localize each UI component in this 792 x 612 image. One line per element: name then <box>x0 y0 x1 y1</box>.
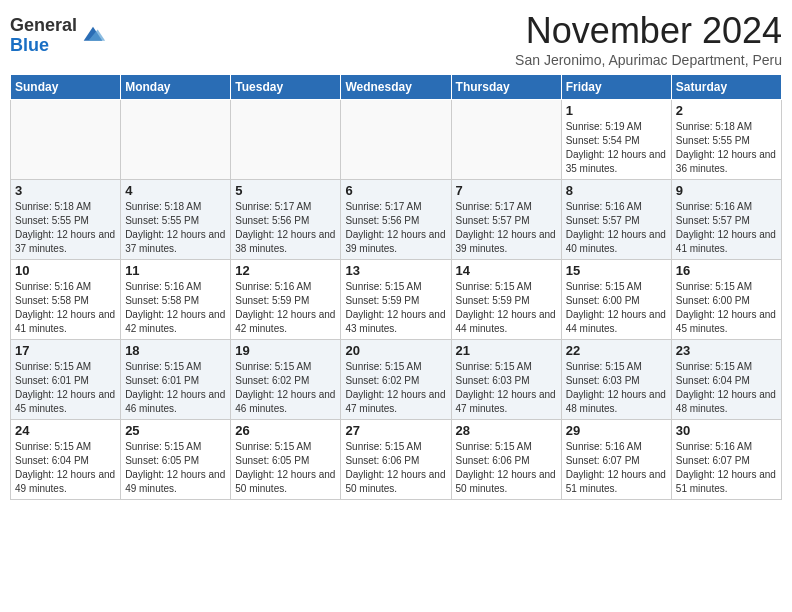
day-info: Sunrise: 5:15 AM Sunset: 6:02 PM Dayligh… <box>235 360 336 416</box>
calendar-cell: 23Sunrise: 5:15 AM Sunset: 6:04 PM Dayli… <box>671 340 781 420</box>
col-header-wednesday: Wednesday <box>341 75 451 100</box>
day-info: Sunrise: 5:18 AM Sunset: 5:55 PM Dayligh… <box>676 120 777 176</box>
col-header-thursday: Thursday <box>451 75 561 100</box>
day-info: Sunrise: 5:15 AM Sunset: 6:06 PM Dayligh… <box>456 440 557 496</box>
calendar-cell: 28Sunrise: 5:15 AM Sunset: 6:06 PM Dayli… <box>451 420 561 500</box>
calendar-cell: 25Sunrise: 5:15 AM Sunset: 6:05 PM Dayli… <box>121 420 231 500</box>
calendar-cell: 5Sunrise: 5:17 AM Sunset: 5:56 PM Daylig… <box>231 180 341 260</box>
col-header-saturday: Saturday <box>671 75 781 100</box>
day-info: Sunrise: 5:17 AM Sunset: 5:56 PM Dayligh… <box>345 200 446 256</box>
calendar-table: SundayMondayTuesdayWednesdayThursdayFrid… <box>10 74 782 500</box>
day-number: 2 <box>676 103 777 118</box>
day-info: Sunrise: 5:15 AM Sunset: 5:59 PM Dayligh… <box>345 280 446 336</box>
day-info: Sunrise: 5:15 AM Sunset: 6:00 PM Dayligh… <box>676 280 777 336</box>
calendar-week-row: 1Sunrise: 5:19 AM Sunset: 5:54 PM Daylig… <box>11 100 782 180</box>
day-number: 7 <box>456 183 557 198</box>
day-number: 25 <box>125 423 226 438</box>
day-info: Sunrise: 5:15 AM Sunset: 6:01 PM Dayligh… <box>125 360 226 416</box>
calendar-cell: 15Sunrise: 5:15 AM Sunset: 6:00 PM Dayli… <box>561 260 671 340</box>
day-number: 22 <box>566 343 667 358</box>
calendar-cell: 27Sunrise: 5:15 AM Sunset: 6:06 PM Dayli… <box>341 420 451 500</box>
day-info: Sunrise: 5:18 AM Sunset: 5:55 PM Dayligh… <box>15 200 116 256</box>
day-number: 16 <box>676 263 777 278</box>
calendar-cell: 22Sunrise: 5:15 AM Sunset: 6:03 PM Dayli… <box>561 340 671 420</box>
day-number: 5 <box>235 183 336 198</box>
calendar-cell <box>231 100 341 180</box>
day-info: Sunrise: 5:15 AM Sunset: 6:04 PM Dayligh… <box>676 360 777 416</box>
logo-blue: Blue <box>10 35 49 55</box>
logo-general: General <box>10 15 77 35</box>
location-subtitle: San Jeronimo, Apurimac Department, Peru <box>515 52 782 68</box>
day-number: 18 <box>125 343 226 358</box>
calendar-cell: 13Sunrise: 5:15 AM Sunset: 5:59 PM Dayli… <box>341 260 451 340</box>
day-number: 28 <box>456 423 557 438</box>
day-info: Sunrise: 5:17 AM Sunset: 5:56 PM Dayligh… <box>235 200 336 256</box>
calendar-header-row: SundayMondayTuesdayWednesdayThursdayFrid… <box>11 75 782 100</box>
day-info: Sunrise: 5:15 AM Sunset: 6:00 PM Dayligh… <box>566 280 667 336</box>
calendar-cell: 14Sunrise: 5:15 AM Sunset: 5:59 PM Dayli… <box>451 260 561 340</box>
calendar-cell: 11Sunrise: 5:16 AM Sunset: 5:58 PM Dayli… <box>121 260 231 340</box>
calendar-cell: 12Sunrise: 5:16 AM Sunset: 5:59 PM Dayli… <box>231 260 341 340</box>
calendar-week-row: 3Sunrise: 5:18 AM Sunset: 5:55 PM Daylig… <box>11 180 782 260</box>
day-number: 30 <box>676 423 777 438</box>
day-number: 20 <box>345 343 446 358</box>
calendar-cell: 24Sunrise: 5:15 AM Sunset: 6:04 PM Dayli… <box>11 420 121 500</box>
day-info: Sunrise: 5:17 AM Sunset: 5:57 PM Dayligh… <box>456 200 557 256</box>
day-number: 26 <box>235 423 336 438</box>
day-info: Sunrise: 5:15 AM Sunset: 6:04 PM Dayligh… <box>15 440 116 496</box>
day-info: Sunrise: 5:15 AM Sunset: 6:05 PM Dayligh… <box>235 440 336 496</box>
calendar-week-row: 10Sunrise: 5:16 AM Sunset: 5:58 PM Dayli… <box>11 260 782 340</box>
calendar-week-row: 17Sunrise: 5:15 AM Sunset: 6:01 PM Dayli… <box>11 340 782 420</box>
calendar-cell: 26Sunrise: 5:15 AM Sunset: 6:05 PM Dayli… <box>231 420 341 500</box>
calendar-cell: 18Sunrise: 5:15 AM Sunset: 6:01 PM Dayli… <box>121 340 231 420</box>
day-number: 1 <box>566 103 667 118</box>
logo: General Blue <box>10 10 107 56</box>
calendar-cell: 30Sunrise: 5:16 AM Sunset: 6:07 PM Dayli… <box>671 420 781 500</box>
calendar-cell: 8Sunrise: 5:16 AM Sunset: 5:57 PM Daylig… <box>561 180 671 260</box>
calendar-cell <box>451 100 561 180</box>
page-header: General Blue November 2024 San Jeronimo,… <box>10 10 782 68</box>
day-number: 3 <box>15 183 116 198</box>
day-info: Sunrise: 5:16 AM Sunset: 6:07 PM Dayligh… <box>676 440 777 496</box>
day-number: 29 <box>566 423 667 438</box>
calendar-week-row: 24Sunrise: 5:15 AM Sunset: 6:04 PM Dayli… <box>11 420 782 500</box>
day-number: 17 <box>15 343 116 358</box>
day-number: 19 <box>235 343 336 358</box>
calendar-cell: 20Sunrise: 5:15 AM Sunset: 6:02 PM Dayli… <box>341 340 451 420</box>
day-info: Sunrise: 5:15 AM Sunset: 5:59 PM Dayligh… <box>456 280 557 336</box>
col-header-friday: Friday <box>561 75 671 100</box>
day-info: Sunrise: 5:15 AM Sunset: 6:03 PM Dayligh… <box>566 360 667 416</box>
calendar-cell: 2Sunrise: 5:18 AM Sunset: 5:55 PM Daylig… <box>671 100 781 180</box>
day-info: Sunrise: 5:15 AM Sunset: 6:06 PM Dayligh… <box>345 440 446 496</box>
day-number: 23 <box>676 343 777 358</box>
calendar-cell: 9Sunrise: 5:16 AM Sunset: 5:57 PM Daylig… <box>671 180 781 260</box>
calendar-cell: 16Sunrise: 5:15 AM Sunset: 6:00 PM Dayli… <box>671 260 781 340</box>
calendar-cell <box>341 100 451 180</box>
day-number: 14 <box>456 263 557 278</box>
calendar-cell: 10Sunrise: 5:16 AM Sunset: 5:58 PM Dayli… <box>11 260 121 340</box>
day-info: Sunrise: 5:19 AM Sunset: 5:54 PM Dayligh… <box>566 120 667 176</box>
title-block: November 2024 San Jeronimo, Apurimac Dep… <box>515 10 782 68</box>
day-number: 4 <box>125 183 226 198</box>
day-info: Sunrise: 5:15 AM Sunset: 6:01 PM Dayligh… <box>15 360 116 416</box>
calendar-cell: 19Sunrise: 5:15 AM Sunset: 6:02 PM Dayli… <box>231 340 341 420</box>
calendar-cell: 7Sunrise: 5:17 AM Sunset: 5:57 PM Daylig… <box>451 180 561 260</box>
col-header-tuesday: Tuesday <box>231 75 341 100</box>
day-number: 10 <box>15 263 116 278</box>
calendar-cell <box>11 100 121 180</box>
calendar-cell: 21Sunrise: 5:15 AM Sunset: 6:03 PM Dayli… <box>451 340 561 420</box>
day-number: 12 <box>235 263 336 278</box>
logo-icon <box>79 22 107 50</box>
day-number: 21 <box>456 343 557 358</box>
calendar-cell: 1Sunrise: 5:19 AM Sunset: 5:54 PM Daylig… <box>561 100 671 180</box>
calendar-cell: 4Sunrise: 5:18 AM Sunset: 5:55 PM Daylig… <box>121 180 231 260</box>
calendar-cell: 6Sunrise: 5:17 AM Sunset: 5:56 PM Daylig… <box>341 180 451 260</box>
day-number: 13 <box>345 263 446 278</box>
month-title: November 2024 <box>515 10 782 52</box>
col-header-monday: Monday <box>121 75 231 100</box>
calendar-cell: 17Sunrise: 5:15 AM Sunset: 6:01 PM Dayli… <box>11 340 121 420</box>
day-number: 8 <box>566 183 667 198</box>
day-info: Sunrise: 5:16 AM Sunset: 5:59 PM Dayligh… <box>235 280 336 336</box>
day-number: 6 <box>345 183 446 198</box>
day-info: Sunrise: 5:16 AM Sunset: 5:58 PM Dayligh… <box>15 280 116 336</box>
